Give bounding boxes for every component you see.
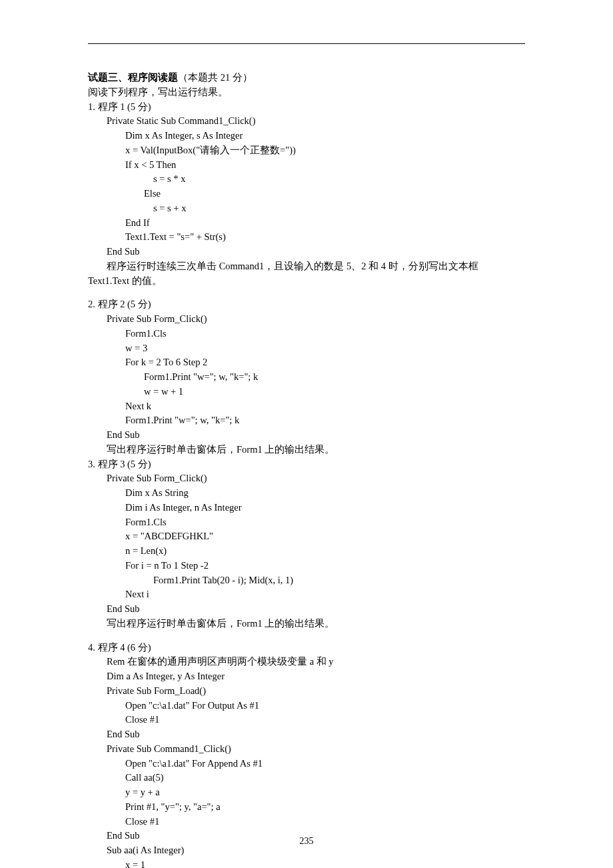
- q3-code: End Sub: [88, 602, 525, 617]
- q3-code: Private Sub Form_Click(): [88, 471, 525, 486]
- q3-code: Form1.Cls: [88, 515, 525, 530]
- q1-code: Else: [88, 187, 525, 201]
- q4-code: Open "c:\a1.dat" For Output As #1: [88, 699, 525, 713]
- q2-code: For k = 2 To 6 Step 2: [88, 355, 525, 370]
- q4-code: y = y + a: [88, 785, 525, 800]
- q1-code: x = Val(InputBox("请输入一个正整数=")): [88, 143, 525, 158]
- page: 试题三、程序阅读题（本题共 21 分） 阅读下列程序，写出运行结果。 1. 程序…: [0, 0, 613, 868]
- q1-code: If x < 5 Then: [88, 158, 525, 173]
- q4-code: x = 1: [88, 858, 525, 868]
- q4-code: Private Sub Form_Load(): [88, 684, 525, 699]
- q4-title: 4. 程序 4 (6 分): [88, 641, 525, 655]
- q3-code: Dim x As String: [88, 486, 525, 501]
- spacer: [88, 631, 525, 641]
- q4-code: Close #1: [88, 815, 525, 829]
- q4-code: Print #1, "y="; y, "a="; a: [88, 800, 525, 815]
- q2-prompt: 写出程序运行时单击窗体后，Form1 上的输出结果。: [88, 443, 525, 457]
- top-rule: [88, 43, 525, 44]
- q2-code: Form1.Print "w="; w, "k="; k: [88, 413, 525, 428]
- q1-code: s = s * x: [88, 172, 525, 187]
- page-number: 235: [0, 834, 613, 848]
- q4-code: Rem 在窗体的通用声明区声明两个模块级变量 a 和 y: [88, 655, 525, 669]
- q3-prompt: 写出程序运行时单击窗体后，Form1 上的输出结果。: [88, 617, 525, 631]
- q2-code: Form1.Cls: [88, 327, 525, 341]
- q4-code: Open "c:\a1.dat" For Append As #1: [88, 757, 525, 771]
- q2-code: End Sub: [88, 428, 525, 443]
- q1-code: s = s + x: [88, 201, 525, 216]
- instruction: 阅读下列程序，写出运行结果。: [88, 85, 525, 100]
- q4-code: Private Sub Command1_Click(): [88, 742, 525, 757]
- q2-code: Form1.Print "w="; w, "k="; k: [88, 370, 525, 385]
- section-title-rest: （本题共 21 分）: [178, 72, 253, 83]
- q3-code: Form1.Print Tab(20 - i); Mid(x, i, 1): [88, 573, 525, 588]
- q3-code: Next i: [88, 587, 525, 602]
- q1-code: Text1.Text = "s=" + Str(s): [88, 230, 525, 245]
- q4-code: Close #1: [88, 713, 525, 727]
- q1-code: Dim x As Integer, s As Integer: [88, 129, 525, 143]
- section-title-bold: 试题三、程序阅读题: [88, 72, 178, 83]
- q3-code: For i = n To 1 Step -2: [88, 559, 525, 573]
- q1-code: End If: [88, 216, 525, 231]
- q1-prompt: 程序运行时连续三次单击 Command1，且设输入的数是 5、2 和 4 时，分…: [88, 259, 525, 274]
- section-title: 试题三、程序阅读题（本题共 21 分）: [88, 71, 525, 85]
- q1-code: End Sub: [88, 245, 525, 259]
- q2-code: w = 3: [88, 341, 525, 356]
- q4-code: Dim a As Integer, y As Integer: [88, 669, 525, 684]
- q2-code: Next k: [88, 399, 525, 414]
- q2-code: w = w + 1: [88, 385, 525, 399]
- q3-code: Dim i As Integer, n As Integer: [88, 501, 525, 515]
- q3-code: x = "ABCDEFGHKL": [88, 529, 525, 544]
- q1-code: Private Static Sub Command1_Click(): [88, 114, 525, 129]
- spacer: [88, 288, 525, 297]
- q4-code: End Sub: [88, 727, 525, 742]
- q1-prompt: Text1.Text 的值。: [88, 274, 525, 289]
- q2-code: Private Sub Form_Click(): [88, 312, 525, 327]
- q3-code: n = Len(x): [88, 544, 525, 559]
- q1-title: 1. 程序 1 (5 分): [88, 100, 525, 115]
- q4-code: Call aa(5): [88, 771, 525, 785]
- q2-title: 2. 程序 2 (5 分): [88, 297, 525, 312]
- q3-title: 3. 程序 3 (5 分): [88, 457, 525, 472]
